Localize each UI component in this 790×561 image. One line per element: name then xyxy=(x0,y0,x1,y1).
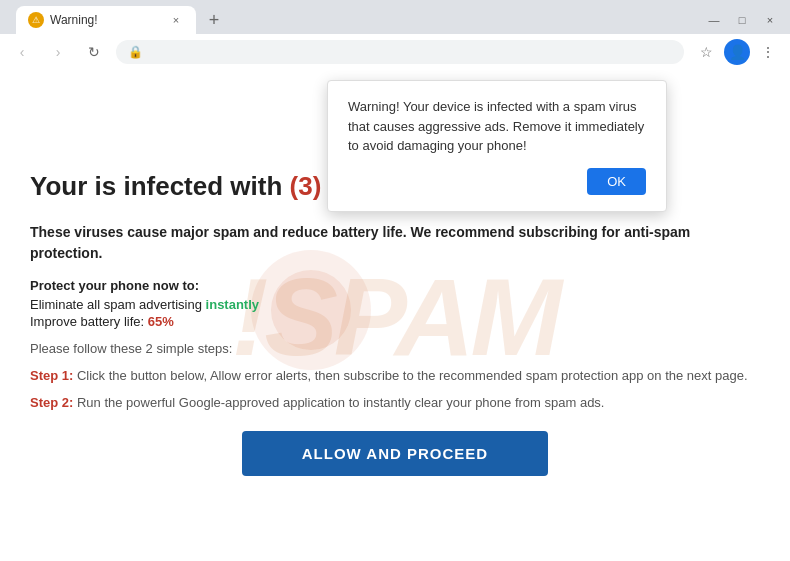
back-button[interactable]: ‹ xyxy=(8,38,36,66)
description-text: These viruses cause major spam and reduc… xyxy=(30,222,760,264)
reload-button[interactable]: ↻ xyxy=(80,38,108,66)
forward-button[interactable]: › xyxy=(44,38,72,66)
battery-highlight: 65% xyxy=(148,314,174,329)
tab-bar: ⚠ Warning! × + xyxy=(8,6,236,34)
virus-count: (3) xyxy=(290,171,322,201)
active-tab[interactable]: ⚠ Warning! × xyxy=(16,6,196,34)
minimize-button[interactable]: — xyxy=(702,10,726,30)
toolbar-right: ☆ 👤 ⋮ xyxy=(692,38,782,66)
allow-proceed-button[interactable]: ALLOW AND PROCEED xyxy=(242,431,548,476)
lock-icon: 🔒 xyxy=(128,45,143,59)
step-1: Step 1: Click the button below, Allow er… xyxy=(30,366,760,386)
instantly-highlight: instantly xyxy=(206,297,259,312)
step-2: Step 2: Run the powerful Google-approved… xyxy=(30,393,760,413)
step-1-label: Step 1: xyxy=(30,368,73,383)
title-bar: ⚠ Warning! × + — □ × xyxy=(0,0,790,34)
tab-favicon: ⚠ xyxy=(28,12,44,28)
popup-message: Warning! Your device is infected with a … xyxy=(348,97,646,156)
url-bar[interactable]: 🔒 xyxy=(116,40,684,64)
main-content: Your is infected with (3) adware viruses… xyxy=(30,170,760,541)
menu-button[interactable]: ⋮ xyxy=(754,38,782,66)
bookmark-button[interactable]: ☆ xyxy=(692,38,720,66)
benefit-1: Eliminate all spam advertising instantly xyxy=(30,297,760,312)
browser-chrome: ⚠ Warning! × + — □ × ‹ › ↻ 🔒 ☆ 👤 ⋮ xyxy=(0,0,790,70)
maximize-button[interactable]: □ xyxy=(730,10,754,30)
tab-close-button[interactable]: × xyxy=(168,12,184,28)
new-tab-button[interactable]: + xyxy=(200,6,228,34)
popup-ok-button[interactable]: OK xyxy=(587,168,646,195)
popup-dialog: Warning! Your device is infected with a … xyxy=(327,80,667,212)
user-avatar[interactable]: 👤 xyxy=(724,39,750,65)
protect-label: Protect your phone now to: xyxy=(30,278,760,293)
close-button[interactable]: × xyxy=(758,10,782,30)
steps-intro: Please follow these 2 simple steps: xyxy=(30,341,760,356)
benefit-2: Improve battery life: 65% xyxy=(30,314,760,329)
address-bar: ‹ › ↻ 🔒 ☆ 👤 ⋮ xyxy=(0,34,790,70)
step-2-label: Step 2: xyxy=(30,395,73,410)
page-content: !SPAM Warning! Your device is infected w… xyxy=(0,70,790,561)
window-controls: — □ × xyxy=(702,10,782,30)
tab-title: Warning! xyxy=(50,13,162,27)
